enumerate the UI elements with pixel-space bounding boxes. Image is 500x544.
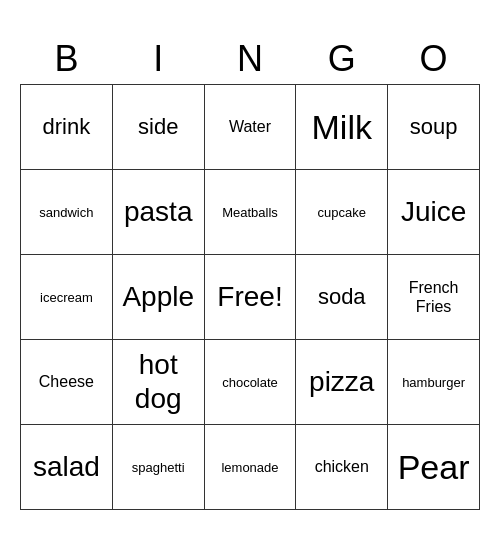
bingo-row-1: sandwichpastaMeatballscupcakeJuice — [21, 170, 480, 255]
cell-text-2-4: French Fries — [392, 259, 475, 335]
cell-text-3-1: hot dog — [117, 344, 200, 420]
bingo-cell-4-4: Pear — [388, 425, 480, 510]
cell-text-1-1: pasta — [117, 174, 200, 250]
cell-text-2-2: Free! — [209, 259, 292, 335]
header-letter-n: N — [204, 34, 296, 85]
bingo-cell-2-1: Apple — [112, 255, 204, 340]
bingo-cell-2-0: icecream — [21, 255, 113, 340]
cell-text-0-0: drink — [25, 89, 108, 165]
bingo-cell-1-4: Juice — [388, 170, 480, 255]
cell-text-0-4: soup — [392, 89, 475, 165]
bingo-cell-3-3: pizza — [296, 340, 388, 425]
cell-text-2-1: Apple — [117, 259, 200, 335]
cell-text-1-0: sandwich — [25, 174, 108, 250]
header-letter-g: G — [296, 34, 388, 85]
bingo-cell-0-3: Milk — [296, 85, 388, 170]
bingo-card: BINGO drinksideWaterMilksoupsandwichpast… — [20, 34, 480, 510]
cell-text-4-3: chicken — [300, 429, 383, 505]
bingo-cell-1-2: Meatballs — [204, 170, 296, 255]
cell-text-1-4: Juice — [392, 174, 475, 250]
bingo-cell-4-2: lemonade — [204, 425, 296, 510]
bingo-header: BINGO — [21, 34, 480, 85]
cell-text-2-3: soda — [300, 259, 383, 335]
bingo-cell-4-3: chicken — [296, 425, 388, 510]
cell-text-1-3: cupcake — [300, 174, 383, 250]
bingo-cell-2-2: Free! — [204, 255, 296, 340]
bingo-cell-2-3: soda — [296, 255, 388, 340]
header-letter-b: B — [21, 34, 113, 85]
cell-text-0-1: side — [117, 89, 200, 165]
bingo-cell-3-1: hot dog — [112, 340, 204, 425]
bingo-cell-2-4: French Fries — [388, 255, 480, 340]
cell-text-3-2: chocolate — [209, 344, 292, 420]
bingo-cell-0-0: drink — [21, 85, 113, 170]
bingo-cell-0-4: soup — [388, 85, 480, 170]
bingo-cell-3-0: Cheese — [21, 340, 113, 425]
bingo-cell-1-0: sandwich — [21, 170, 113, 255]
cell-text-3-4: hamburger — [392, 344, 475, 420]
cell-text-3-3: pizza — [300, 344, 383, 420]
bingo-row-0: drinksideWaterMilksoup — [21, 85, 480, 170]
cell-text-4-0: salad — [25, 429, 108, 505]
cell-text-4-4: Pear — [392, 429, 475, 505]
bingo-cell-0-1: side — [112, 85, 204, 170]
bingo-cell-3-4: hamburger — [388, 340, 480, 425]
cell-text-2-0: icecream — [25, 259, 108, 335]
cell-text-0-3: Milk — [300, 89, 383, 165]
bingo-cell-1-1: pasta — [112, 170, 204, 255]
bingo-cell-4-1: spaghetti — [112, 425, 204, 510]
bingo-row-2: icecreamAppleFree!sodaFrench Fries — [21, 255, 480, 340]
cell-text-3-0: Cheese — [25, 344, 108, 420]
bingo-cell-3-2: chocolate — [204, 340, 296, 425]
bingo-cell-4-0: salad — [21, 425, 113, 510]
cell-text-1-2: Meatballs — [209, 174, 292, 250]
bingo-row-4: saladspaghettilemonadechickenPear — [21, 425, 480, 510]
header-letter-i: I — [112, 34, 204, 85]
header-letter-o: O — [388, 34, 480, 85]
bingo-row-3: Cheesehot dogchocolatepizzahamburger — [21, 340, 480, 425]
cell-text-0-2: Water — [209, 89, 292, 165]
cell-text-4-2: lemonade — [209, 429, 292, 505]
bingo-cell-0-2: Water — [204, 85, 296, 170]
bingo-cell-1-3: cupcake — [296, 170, 388, 255]
cell-text-4-1: spaghetti — [117, 429, 200, 505]
